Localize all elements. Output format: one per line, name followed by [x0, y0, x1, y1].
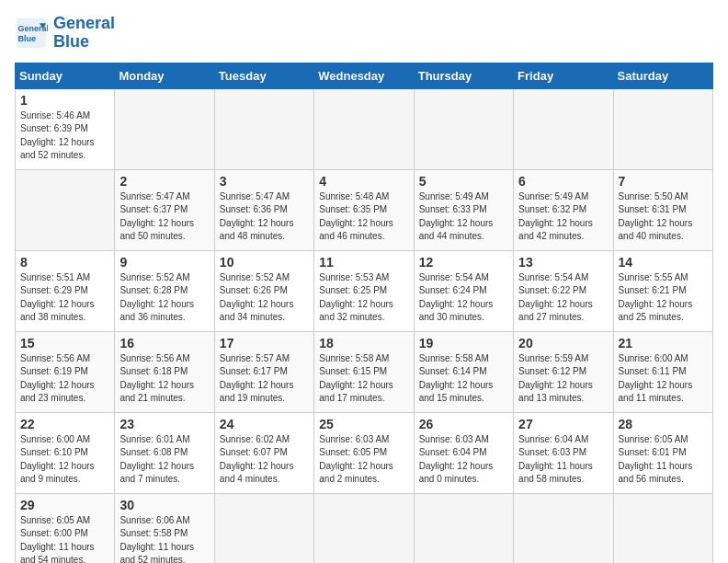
day-detail: Sunrise: 5:47 AMSunset: 6:37 PMDaylight:… [119, 190, 209, 244]
day-number: 11 [319, 255, 408, 270]
logo-text2: Blue [53, 33, 115, 52]
week-row-0: 1 Sunrise: 5:46 AMSunset: 6:39 PMDayligh… [16, 88, 713, 169]
day-number: 3 [220, 174, 309, 189]
day-detail: Sunrise: 6:00 AMSunset: 6:10 PMDaylight:… [20, 433, 109, 487]
day-number: 6 [518, 174, 608, 189]
day-detail: Sunrise: 5:54 AMSunset: 6:22 PMDaylight:… [518, 271, 608, 325]
page-header: General Blue General Blue [15, 15, 713, 52]
day-number: 12 [419, 255, 508, 270]
day-number: 14 [619, 255, 708, 270]
calendar-cell: 10 Sunrise: 5:52 AMSunset: 6:26 PMDaylig… [214, 250, 313, 331]
calendar-cell: 17 Sunrise: 5:57 AMSunset: 6:17 PMDaylig… [214, 331, 313, 412]
calendar-cell: 1 Sunrise: 5:46 AMSunset: 6:39 PMDayligh… [16, 88, 115, 169]
calendar-cell: 14 Sunrise: 5:55 AMSunset: 6:21 PMDaylig… [613, 250, 712, 331]
logo-icon: General Blue [15, 17, 48, 50]
day-detail: Sunrise: 6:02 AMSunset: 6:07 PMDaylight:… [220, 433, 309, 487]
day-number: 26 [419, 417, 508, 431]
calendar-cell: 18 Sunrise: 5:58 AMSunset: 6:15 PMDaylig… [314, 331, 414, 412]
calendar-cell: 6 Sunrise: 5:49 AMSunset: 6:32 PMDayligh… [514, 169, 613, 250]
day-number: 10 [220, 255, 309, 270]
day-number: 7 [619, 174, 708, 189]
day-number: 15 [20, 336, 109, 350]
day-detail: Sunrise: 6:03 AMSunset: 6:05 PMDaylight:… [319, 433, 408, 487]
day-detail: Sunrise: 5:46 AMSunset: 6:39 PMDaylight:… [20, 109, 109, 163]
day-detail: Sunrise: 5:53 AMSunset: 6:25 PMDaylight:… [319, 271, 408, 325]
calendar-cell: 19 Sunrise: 5:58 AMSunset: 6:14 PMDaylig… [414, 331, 513, 412]
day-detail: Sunrise: 6:05 AMSunset: 6:01 PMDaylight:… [619, 433, 708, 487]
calendar-cell: 9 Sunrise: 5:52 AMSunset: 6:28 PMDayligh… [115, 250, 214, 331]
calendar-cell: 3 Sunrise: 5:47 AMSunset: 6:36 PMDayligh… [214, 169, 313, 250]
calendar-cell [115, 88, 214, 169]
col-header-tuesday: Tuesday [214, 63, 313, 88]
day-number: 8 [20, 255, 109, 270]
day-number: 28 [619, 417, 708, 431]
calendar-cell: 4 Sunrise: 5:48 AMSunset: 6:35 PMDayligh… [314, 169, 414, 250]
calendar-cell: 11 Sunrise: 5:53 AMSunset: 6:25 PMDaylig… [314, 250, 414, 331]
day-number: 4 [319, 174, 408, 189]
day-number: 20 [518, 336, 608, 350]
day-detail: Sunrise: 5:56 AMSunset: 6:18 PMDaylight:… [119, 352, 209, 406]
day-number: 9 [119, 255, 209, 270]
calendar-cell: 15 Sunrise: 5:56 AMSunset: 6:19 PMDaylig… [16, 331, 115, 412]
day-detail: Sunrise: 5:52 AMSunset: 6:28 PMDaylight:… [119, 271, 209, 325]
calendar-cell: 20 Sunrise: 5:59 AMSunset: 6:12 PMDaylig… [514, 331, 613, 412]
day-number: 1 [20, 93, 109, 108]
week-row-5: 29 Sunrise: 6:05 AMSunset: 6:00 PMDaylig… [16, 493, 713, 563]
calendar-cell [16, 169, 115, 250]
calendar-cell [514, 88, 613, 169]
day-detail: Sunrise: 6:00 AMSunset: 6:11 PMDaylight:… [619, 352, 708, 406]
col-header-sunday: Sunday [16, 63, 115, 88]
day-number: 16 [119, 336, 209, 350]
day-detail: Sunrise: 5:54 AMSunset: 6:24 PMDaylight:… [419, 271, 508, 325]
day-number: 23 [119, 417, 209, 431]
calendar-cell [514, 493, 613, 563]
day-detail: Sunrise: 5:58 AMSunset: 6:15 PMDaylight:… [319, 352, 408, 406]
calendar-cell: 26 Sunrise: 6:03 AMSunset: 6:04 PMDaylig… [414, 412, 513, 493]
day-detail: Sunrise: 5:52 AMSunset: 6:26 PMDaylight:… [220, 271, 309, 325]
week-row-1: 2 Sunrise: 5:47 AMSunset: 6:37 PMDayligh… [16, 169, 713, 250]
day-detail: Sunrise: 6:06 AMSunset: 5:58 PMDaylight:… [119, 514, 209, 563]
calendar-cell [314, 493, 414, 563]
calendar-cell: 22 Sunrise: 6:00 AMSunset: 6:10 PMDaylig… [16, 412, 115, 493]
calendar-cell [613, 88, 712, 169]
col-header-wednesday: Wednesday [314, 63, 414, 88]
calendar-cell: 5 Sunrise: 5:49 AMSunset: 6:33 PMDayligh… [414, 169, 513, 250]
day-detail: Sunrise: 6:01 AMSunset: 6:08 PMDaylight:… [119, 433, 209, 487]
day-detail: Sunrise: 5:58 AMSunset: 6:14 PMDaylight:… [419, 352, 508, 406]
day-number: 13 [518, 255, 608, 270]
day-detail: Sunrise: 6:03 AMSunset: 6:04 PMDaylight:… [419, 433, 508, 487]
day-detail: Sunrise: 6:04 AMSunset: 6:03 PMDaylight:… [518, 433, 608, 487]
day-number: 18 [319, 336, 408, 350]
col-header-thursday: Thursday [414, 63, 513, 88]
calendar-cell: 25 Sunrise: 6:03 AMSunset: 6:05 PMDaylig… [314, 412, 414, 493]
day-number: 30 [119, 498, 209, 512]
day-number: 2 [119, 174, 209, 189]
day-number: 19 [419, 336, 508, 350]
calendar-cell: 23 Sunrise: 6:01 AMSunset: 6:08 PMDaylig… [115, 412, 214, 493]
day-detail: Sunrise: 6:05 AMSunset: 6:00 PMDaylight:… [20, 514, 109, 563]
calendar-cell [414, 493, 513, 563]
calendar-cell: 30 Sunrise: 6:06 AMSunset: 5:58 PMDaylig… [115, 493, 214, 563]
calendar-cell [613, 493, 712, 563]
svg-text:Blue: Blue [18, 34, 37, 43]
week-row-3: 15 Sunrise: 5:56 AMSunset: 6:19 PMDaylig… [16, 331, 713, 412]
calendar-cell: 7 Sunrise: 5:50 AMSunset: 6:31 PMDayligh… [613, 169, 712, 250]
day-number: 17 [220, 336, 309, 350]
day-number: 22 [20, 417, 109, 431]
day-detail: Sunrise: 5:57 AMSunset: 6:17 PMDaylight:… [220, 352, 309, 406]
col-header-saturday: Saturday [613, 63, 712, 88]
calendar-cell [214, 493, 313, 563]
day-number: 24 [220, 417, 309, 431]
calendar-cell: 27 Sunrise: 6:04 AMSunset: 6:03 PMDaylig… [514, 412, 613, 493]
calendar-cell: 12 Sunrise: 5:54 AMSunset: 6:24 PMDaylig… [414, 250, 513, 331]
col-header-friday: Friday [514, 63, 613, 88]
calendar-cell: 21 Sunrise: 6:00 AMSunset: 6:11 PMDaylig… [613, 331, 712, 412]
calendar-cell [314, 88, 414, 169]
logo-text: General [53, 15, 115, 33]
calendar-cell [214, 88, 313, 169]
calendar-cell: 28 Sunrise: 6:05 AMSunset: 6:01 PMDaylig… [613, 412, 712, 493]
day-number: 27 [518, 417, 608, 431]
day-number: 5 [419, 174, 508, 189]
calendar-cell: 29 Sunrise: 6:05 AMSunset: 6:00 PMDaylig… [16, 493, 115, 563]
day-detail: Sunrise: 5:56 AMSunset: 6:19 PMDaylight:… [20, 352, 109, 406]
